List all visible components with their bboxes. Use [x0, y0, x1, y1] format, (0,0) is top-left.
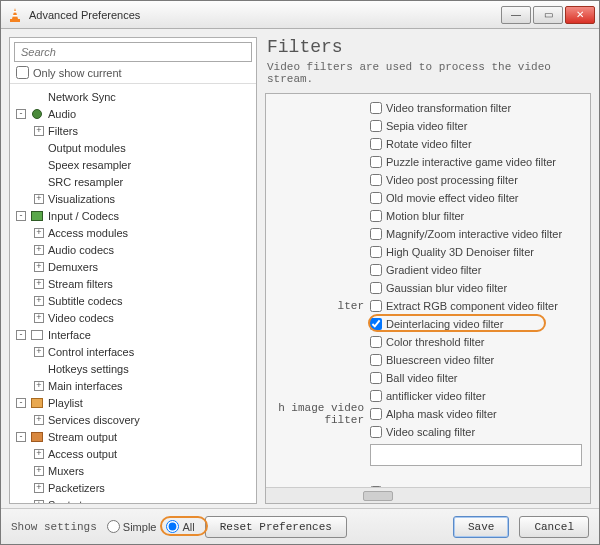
maximize-button[interactable]: ▭	[533, 6, 563, 24]
tree-node[interactable]: +Access modules	[10, 224, 256, 241]
reset-preferences-button[interactable]: Reset Preferences	[205, 516, 347, 538]
collapse-icon[interactable]: -	[16, 432, 26, 442]
expand-icon[interactable]: +	[34, 245, 44, 255]
filter-checkbox-label[interactable]: Video scaling filter	[370, 426, 475, 438]
filter-checkbox-label[interactable]: Deinterlacing video filter	[370, 318, 503, 330]
filter-checkbox[interactable]	[370, 390, 382, 402]
search-input[interactable]	[14, 42, 252, 62]
minimize-button[interactable]: —	[501, 6, 531, 24]
filter-checkbox-label[interactable]: Sepia video filter	[370, 120, 467, 132]
filter-checkbox[interactable]	[370, 246, 382, 258]
tree-node[interactable]: Network Sync	[10, 88, 256, 105]
expand-icon[interactable]: +	[34, 449, 44, 459]
expand-icon[interactable]: +	[34, 483, 44, 493]
filter-checkbox[interactable]	[370, 372, 382, 384]
filter-checkbox[interactable]	[370, 228, 382, 240]
expand-icon[interactable]: +	[34, 415, 44, 425]
tree-node[interactable]: +Demuxers	[10, 258, 256, 275]
filter-checkbox[interactable]	[370, 408, 382, 420]
filter-checkbox[interactable]	[370, 318, 382, 330]
tree-node[interactable]: +Video codecs	[10, 309, 256, 326]
filter-checkbox[interactable]	[370, 426, 382, 438]
collapse-icon[interactable]: -	[16, 398, 26, 408]
filter-checkbox[interactable]	[370, 192, 382, 204]
tree-node[interactable]: SRC resampler	[10, 173, 256, 190]
expand-icon[interactable]: +	[34, 262, 44, 272]
horizontal-scrollbar[interactable]	[266, 487, 590, 503]
filter-checkbox-label[interactable]: Ball video filter	[370, 372, 458, 384]
tree-node[interactable]: Hotkeys settings	[10, 360, 256, 377]
tree-node[interactable]: -Input / Codecs	[10, 207, 256, 224]
filter-checkbox[interactable]	[370, 102, 382, 114]
radio-all-input[interactable]	[166, 520, 179, 533]
tree-node[interactable]: Speex resampler	[10, 156, 256, 173]
filter-checkbox-label[interactable]: High Quality 3D Denoiser filter	[370, 246, 534, 258]
tree-node[interactable]: -Audio	[10, 105, 256, 122]
filter-checkbox-label[interactable]: Rotate video filter	[370, 138, 472, 150]
tree-node[interactable]: +Access output	[10, 445, 256, 462]
tree-node[interactable]: -Playlist	[10, 394, 256, 411]
filter-checkbox-label[interactable]: Magnify/Zoom interactive video filter	[370, 228, 562, 240]
filter-checkbox-label[interactable]: Gradient video filter	[370, 264, 481, 276]
filter-checkbox[interactable]	[370, 282, 382, 294]
expand-icon[interactable]: +	[34, 500, 44, 504]
radio-simple[interactable]: Simple	[107, 520, 157, 533]
filter-checkbox-label[interactable]: Video transformation filter	[370, 102, 511, 114]
cancel-button[interactable]: Cancel	[519, 516, 589, 538]
tree-node[interactable]: +Main interfaces	[10, 377, 256, 394]
filter-checkbox-label[interactable]: Puzzle interactive game video filter	[370, 156, 556, 168]
tree-node[interactable]: -Interface	[10, 326, 256, 343]
filter-checkbox-label[interactable]: Motion blur filter	[370, 210, 464, 222]
expand-icon[interactable]: +	[34, 347, 44, 357]
expand-icon[interactable]: +	[34, 466, 44, 476]
radio-simple-input[interactable]	[107, 520, 120, 533]
filter-checkbox-label[interactable]: Old movie effect video filter	[370, 192, 518, 204]
titlebar[interactable]: Advanced Preferences — ▭ ✕	[1, 1, 599, 29]
expand-icon[interactable]: +	[34, 279, 44, 289]
tree-node[interactable]: -Stream output	[10, 428, 256, 445]
tree-node[interactable]: +Visualizations	[10, 190, 256, 207]
filter-checkbox-label[interactable]: Bluescreen video filter	[370, 354, 494, 366]
tree-node[interactable]: Output modules	[10, 139, 256, 156]
category-tree[interactable]: Network Sync-Audio+FiltersOutput modules…	[10, 84, 256, 503]
expand-icon[interactable]: +	[34, 228, 44, 238]
filter-checkbox-label[interactable]: Video post processing filter	[370, 174, 518, 186]
only-show-current-checkbox[interactable]	[16, 66, 29, 79]
filter-checkbox[interactable]	[370, 138, 382, 150]
only-show-current[interactable]: Only show current	[16, 66, 250, 79]
tree-node[interactable]: +Packetizers	[10, 479, 256, 496]
filter-checkbox[interactable]	[370, 156, 382, 168]
filter-checkbox-label[interactable]: Gaussian blur video filter	[370, 282, 507, 294]
filter-checkbox[interactable]	[370, 174, 382, 186]
expand-icon[interactable]: +	[34, 381, 44, 391]
close-button[interactable]: ✕	[565, 6, 595, 24]
expand-icon[interactable]: +	[34, 194, 44, 204]
filter-checkbox-label[interactable]: Extract RGB component video filter	[370, 300, 558, 312]
filter-text-input[interactable]	[370, 444, 582, 466]
tree-node[interactable]: +Stream filters	[10, 275, 256, 292]
expand-icon[interactable]: +	[34, 126, 44, 136]
tree-node[interactable]: +Filters	[10, 122, 256, 139]
filter-checkbox[interactable]	[370, 354, 382, 366]
tree-node[interactable]: +Services discovery	[10, 411, 256, 428]
filter-checkbox-label[interactable]: antiflicker video filter	[370, 390, 486, 402]
tree-node[interactable]: +Sout stream	[10, 496, 256, 503]
tree-node[interactable]: +Muxers	[10, 462, 256, 479]
collapse-icon[interactable]: -	[16, 330, 26, 340]
radio-all[interactable]: All	[166, 520, 194, 533]
save-button[interactable]: Save	[453, 516, 509, 538]
filter-checkbox[interactable]	[370, 300, 382, 312]
filter-checkbox-label[interactable]: Alpha mask video filter	[370, 408, 497, 420]
expand-icon[interactable]: +	[34, 313, 44, 323]
tree-node[interactable]: +Audio codecs	[10, 241, 256, 258]
tree-node[interactable]: +Control interfaces	[10, 343, 256, 360]
collapse-icon[interactable]: -	[16, 211, 26, 221]
collapse-icon[interactable]: -	[16, 109, 26, 119]
tree-node[interactable]: +Subtitle codecs	[10, 292, 256, 309]
filter-checkbox[interactable]	[370, 264, 382, 276]
filter-checkbox[interactable]	[370, 336, 382, 348]
filter-checkbox[interactable]	[370, 210, 382, 222]
filter-checkbox-label[interactable]: Color threshold filter	[370, 336, 484, 348]
expand-icon[interactable]: +	[34, 296, 44, 306]
filter-checkbox[interactable]	[370, 120, 382, 132]
